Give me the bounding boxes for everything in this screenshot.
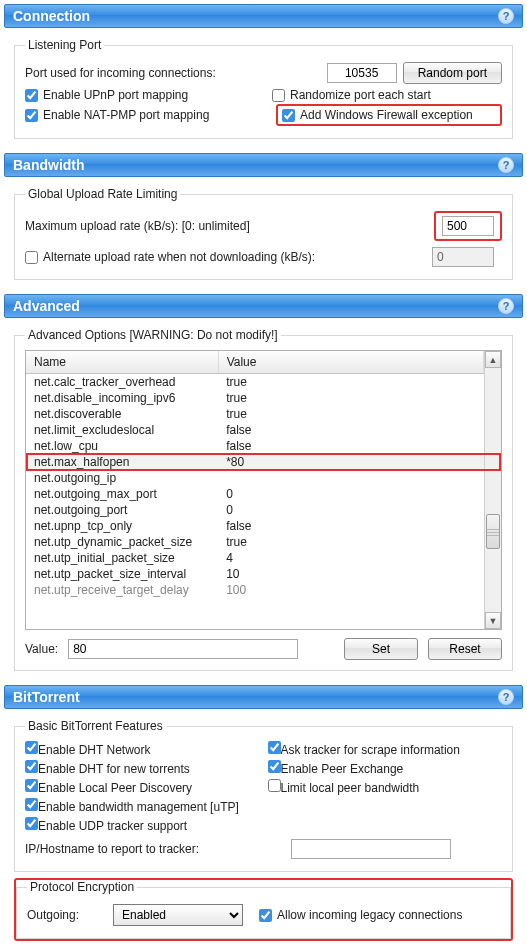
table-row[interactable]: net.outgoing_ip bbox=[26, 470, 484, 486]
cell-value: 10 bbox=[218, 566, 483, 582]
cell-value: false bbox=[218, 422, 483, 438]
cell-value: *80 bbox=[218, 454, 483, 470]
upload-rate-group: Global Upload Rate Limiting Maximum uplo… bbox=[14, 187, 513, 280]
table-row[interactable]: net.max_halfopen*80 bbox=[26, 454, 484, 470]
randomize-port-checkbox[interactable]: Randomize port each start bbox=[272, 88, 502, 102]
ip-report-input[interactable] bbox=[291, 839, 451, 859]
cell-value: 100 bbox=[218, 582, 483, 598]
enable-upnp-checkbox[interactable]: Enable UPnP port mapping bbox=[25, 88, 188, 102]
add-firewall-checkbox[interactable]: Add Windows Firewall exception bbox=[282, 108, 496, 122]
value-input[interactable] bbox=[68, 639, 298, 659]
table-row[interactable]: net.low_cpufalse bbox=[26, 438, 484, 454]
reset-button[interactable]: Reset bbox=[428, 638, 502, 660]
listening-port-group: Listening Port Port used for incoming co… bbox=[14, 38, 513, 139]
cell-name: net.utp_receive_target_delay bbox=[26, 582, 218, 598]
cell-name: net.utp_packet_size_interval bbox=[26, 566, 218, 582]
ask-scrape-checkbox[interactable]: Ask tracker for scrape information bbox=[268, 741, 503, 757]
help-icon[interactable]: ? bbox=[498, 298, 514, 314]
cell-name: net.upnp_tcp_only bbox=[26, 518, 218, 534]
connection-title: Connection bbox=[13, 8, 90, 24]
alt-upload-checkbox[interactable]: Alternate upload rate when not downloadi… bbox=[25, 250, 426, 264]
bandwidth-title: Bandwidth bbox=[13, 157, 85, 173]
scroll-up-icon[interactable]: ▲ bbox=[485, 351, 501, 368]
cell-value: true bbox=[218, 534, 483, 550]
cell-value: true bbox=[218, 406, 483, 422]
table-row[interactable]: net.discoverabletrue bbox=[26, 406, 484, 422]
cell-name: net.disable_incoming_ipv6 bbox=[26, 390, 218, 406]
cell-value: true bbox=[218, 390, 483, 406]
outgoing-select[interactable]: Enabled bbox=[113, 904, 243, 926]
help-icon[interactable]: ? bbox=[498, 157, 514, 173]
max-upload-label: Maximum upload rate (kB/s): [0: unlimite… bbox=[25, 219, 428, 233]
allow-legacy-checkbox[interactable]: Allow incoming legacy connections bbox=[259, 908, 462, 922]
limit-local-checkbox[interactable]: Limit local peer bandwidth bbox=[268, 779, 503, 795]
random-port-button[interactable]: Random port bbox=[403, 62, 502, 84]
cell-name: net.low_cpu bbox=[26, 438, 218, 454]
alt-upload-input bbox=[432, 247, 494, 267]
basic-features-legend: Basic BitTorrent Features bbox=[25, 719, 166, 733]
cell-value: false bbox=[218, 518, 483, 534]
table-row[interactable]: net.outgoing_port0 bbox=[26, 502, 484, 518]
value-label: Value: bbox=[25, 642, 58, 656]
enable-natpmp-checkbox[interactable]: Enable NAT-PMP port mapping bbox=[25, 108, 209, 122]
cell-value: true bbox=[218, 374, 483, 391]
help-icon[interactable]: ? bbox=[498, 8, 514, 24]
table-row[interactable]: net.limit_excludeslocalfalse bbox=[26, 422, 484, 438]
col-value-header[interactable]: Value bbox=[218, 351, 483, 374]
lpd-checkbox[interactable]: Enable Local Peer Discovery bbox=[25, 779, 260, 795]
table-row[interactable]: net.utp_initial_packet_size4 bbox=[26, 550, 484, 566]
port-label: Port used for incoming connections: bbox=[25, 66, 321, 80]
cell-value: false bbox=[218, 438, 483, 454]
protocol-encryption-group: Protocol Encryption Outgoing: Enabled Al… bbox=[16, 880, 511, 939]
table-row[interactable]: net.upnp_tcp_onlyfalse bbox=[26, 518, 484, 534]
cell-name: net.outgoing_ip bbox=[26, 470, 218, 486]
table-row[interactable]: net.utp_packet_size_interval10 bbox=[26, 566, 484, 582]
scroll-thumb[interactable] bbox=[486, 514, 500, 549]
cell-value: 0 bbox=[218, 502, 483, 518]
bittorrent-section-header: BitTorrent ? bbox=[4, 685, 523, 709]
cell-value: 0 bbox=[218, 486, 483, 502]
utp-checkbox[interactable]: Enable bandwidth management [uTP] bbox=[25, 798, 260, 814]
advanced-legend: Advanced Options [WARNING: Do not modify… bbox=[25, 328, 281, 342]
listening-port-legend: Listening Port bbox=[25, 38, 104, 52]
firewall-highlight: Add Windows Firewall exception bbox=[276, 104, 502, 126]
cell-name: net.limit_excludeslocal bbox=[26, 422, 218, 438]
col-name-header[interactable]: Name bbox=[26, 351, 218, 374]
advanced-options-group: Advanced Options [WARNING: Do not modify… bbox=[14, 328, 513, 671]
udp-tracker-checkbox[interactable]: Enable UDP tracker support bbox=[25, 817, 260, 833]
cell-value bbox=[218, 470, 483, 486]
cell-name: net.discoverable bbox=[26, 406, 218, 422]
cell-name: net.outgoing_max_port bbox=[26, 486, 218, 502]
advanced-table: Name Value net.calc_tracker_overheadtrue… bbox=[25, 350, 502, 630]
cell-name: net.utp_dynamic_packet_size bbox=[26, 534, 218, 550]
cell-name: net.outgoing_port bbox=[26, 502, 218, 518]
basic-features-group: Basic BitTorrent Features Enable DHT Net… bbox=[14, 719, 513, 872]
dht-new-checkbox[interactable]: Enable DHT for new torrents bbox=[25, 760, 260, 776]
table-row[interactable]: net.utp_receive_target_delay100 bbox=[26, 582, 484, 598]
ip-report-label: IP/Hostname to report to tracker: bbox=[25, 842, 285, 856]
scrollbar[interactable]: ▲ ▼ bbox=[484, 351, 501, 629]
help-icon[interactable]: ? bbox=[498, 689, 514, 705]
max-upload-input[interactable] bbox=[442, 216, 494, 236]
table-row[interactable]: net.disable_incoming_ipv6true bbox=[26, 390, 484, 406]
advanced-title: Advanced bbox=[13, 298, 80, 314]
table-row[interactable]: net.outgoing_max_port0 bbox=[26, 486, 484, 502]
cell-name: net.utp_initial_packet_size bbox=[26, 550, 218, 566]
upload-rate-legend: Global Upload Rate Limiting bbox=[25, 187, 180, 201]
scroll-track[interactable] bbox=[485, 368, 501, 612]
outgoing-label: Outgoing: bbox=[27, 908, 107, 922]
scroll-down-icon[interactable]: ▼ bbox=[485, 612, 501, 629]
bittorrent-title: BitTorrent bbox=[13, 689, 80, 705]
bandwidth-section-header: Bandwidth ? bbox=[4, 153, 523, 177]
set-button[interactable]: Set bbox=[344, 638, 418, 660]
table-row[interactable]: net.calc_tracker_overheadtrue bbox=[26, 374, 484, 391]
protocol-encryption-highlight: Protocol Encryption Outgoing: Enabled Al… bbox=[14, 878, 513, 941]
cell-name: net.calc_tracker_overhead bbox=[26, 374, 218, 391]
cell-value: 4 bbox=[218, 550, 483, 566]
pex-checkbox[interactable]: Enable Peer Exchange bbox=[268, 760, 503, 776]
port-input[interactable] bbox=[327, 63, 397, 83]
connection-section-header: Connection ? bbox=[4, 4, 523, 28]
dht-network-checkbox[interactable]: Enable DHT Network bbox=[25, 741, 260, 757]
table-row[interactable]: net.utp_dynamic_packet_sizetrue bbox=[26, 534, 484, 550]
protocol-encryption-legend: Protocol Encryption bbox=[27, 880, 137, 894]
